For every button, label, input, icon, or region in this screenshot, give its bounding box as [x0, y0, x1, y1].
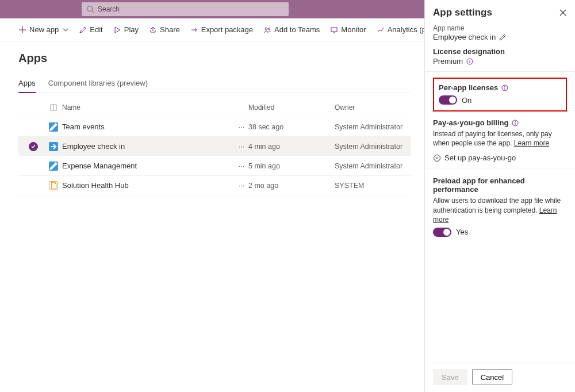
tab-components[interactable]: Component libraries (preview)	[48, 75, 148, 93]
close-icon[interactable]	[559, 9, 567, 17]
edit-name-icon[interactable]	[499, 34, 506, 41]
row-more-menu[interactable]: ···	[235, 142, 248, 151]
export-label: Export package	[201, 25, 253, 34]
search-input[interactable]: Search	[82, 2, 289, 16]
paygo-description: Instead of paying for licenses, only pay…	[433, 129, 567, 148]
play-icon	[113, 26, 121, 34]
tab-apps[interactable]: Apps	[18, 75, 36, 93]
app-icon	[45, 122, 62, 132]
setup-paygo-link[interactable]: Set up pay-as-you-go	[433, 153, 567, 162]
panel-footer: Save Cancel	[425, 363, 575, 392]
monitor-icon	[330, 26, 338, 34]
preload-heading: Preload app for enhanced performance	[433, 176, 567, 194]
selected-indicator	[29, 142, 38, 151]
modified-cell: 2 mo ago	[248, 182, 335, 190]
modified-cell: 5 min ago	[248, 162, 335, 170]
app-settings-panel: App settings App name Employee check in …	[424, 0, 575, 392]
svg-point-13	[505, 86, 505, 86]
info-icon[interactable]	[501, 84, 508, 91]
panel-title: App settings	[433, 7, 492, 18]
preload-description: Allow users to download the app file whi…	[433, 196, 567, 224]
paygo-learn-more-link[interactable]: Learn more	[514, 139, 549, 147]
table-row[interactable]: Solution Health Hub···2 mo agoSYSTEM	[18, 176, 411, 195]
svg-rect-5	[331, 28, 337, 32]
svg-point-3	[265, 28, 267, 30]
share-button[interactable]: Share	[149, 25, 180, 34]
link-icon	[433, 154, 441, 162]
row-more-menu[interactable]: ···	[235, 181, 248, 190]
modified-cell: 4 min ago	[248, 143, 335, 151]
table-row[interactable]: Expense Management···5 min agoSystem Adm…	[18, 156, 411, 176]
app-name: Team events	[62, 122, 235, 131]
app-icon	[45, 142, 62, 151]
license-heading: License designation	[433, 47, 567, 56]
pencil-icon	[79, 26, 87, 34]
app-name: Employee check in	[62, 142, 235, 151]
license-value: Premium	[433, 57, 463, 66]
svg-point-10	[469, 59, 470, 60]
main-content: Apps Apps Component libraries (preview) …	[0, 41, 424, 195]
svg-point-4	[269, 28, 270, 29]
app-name-label: App name	[433, 24, 567, 32]
add-teams-label: Add to Teams	[274, 25, 320, 34]
analytics-icon	[377, 26, 385, 34]
export-button[interactable]: Export package	[190, 25, 253, 34]
paygo-heading: Pay-as-you-go billing	[433, 118, 508, 127]
col-modified[interactable]: Modified	[248, 103, 335, 112]
play-label: Play	[124, 25, 139, 34]
search-placeholder: Search	[98, 5, 120, 13]
monitor-button[interactable]: Monitor	[330, 25, 366, 34]
per-app-state: On	[462, 96, 471, 105]
share-icon	[149, 26, 157, 34]
plus-icon	[18, 26, 26, 34]
play-button[interactable]: Play	[113, 25, 139, 34]
col-name[interactable]: Name	[62, 103, 235, 112]
save-button: Save	[433, 369, 467, 385]
export-icon	[190, 26, 198, 34]
svg-point-16	[515, 121, 516, 121]
teams-icon	[263, 26, 271, 34]
info-icon[interactable]	[512, 120, 519, 126]
app-name-value: Employee check in	[433, 33, 496, 41]
preload-state: Yes	[456, 228, 468, 236]
tab-list: Apps Component libraries (preview)	[18, 75, 411, 93]
app-icon	[45, 162, 62, 171]
new-app-button[interactable]: New app	[18, 25, 68, 34]
page-title: Apps	[18, 52, 411, 65]
preload-toggle[interactable]	[433, 228, 451, 237]
per-app-heading: Per-app licenses	[439, 83, 498, 92]
app-name: Expense Management	[62, 162, 235, 170]
edit-button[interactable]: Edit	[79, 25, 102, 34]
monitor-label: Monitor	[341, 25, 366, 34]
column-options-icon[interactable]	[45, 103, 62, 112]
table-header: Name Modified Owner	[18, 98, 411, 117]
table-row[interactable]: Team events···38 sec agoSystem Administr…	[18, 117, 411, 137]
row-more-menu[interactable]: ···	[235, 162, 248, 170]
app-name: Solution Health Hub	[62, 181, 235, 190]
app-icon	[45, 181, 62, 190]
svg-line-1	[92, 11, 94, 13]
info-icon[interactable]	[466, 58, 473, 65]
per-app-toggle[interactable]	[439, 95, 457, 105]
table-row[interactable]: Employee check in···4 min agoSystem Admi…	[18, 137, 411, 156]
cancel-button[interactable]: Cancel	[472, 369, 512, 385]
modified-cell: 38 sec ago	[248, 123, 335, 131]
svg-point-0	[87, 6, 93, 11]
edit-label: Edit	[90, 25, 102, 34]
search-icon	[86, 5, 94, 13]
chevron-down-icon	[63, 27, 68, 33]
row-more-menu[interactable]: ···	[235, 122, 248, 131]
per-app-highlight: Per-app licenses On	[433, 78, 567, 112]
new-app-label: New app	[29, 25, 59, 34]
add-teams-button[interactable]: Add to Teams	[263, 25, 320, 34]
share-label: Share	[160, 25, 180, 34]
